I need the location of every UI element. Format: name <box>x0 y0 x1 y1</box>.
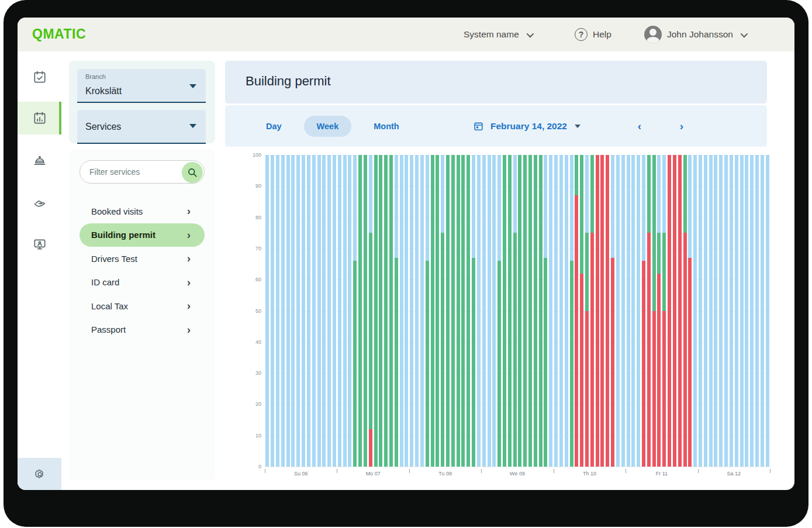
service-item-local-tax[interactable]: Local Tax <box>80 294 205 318</box>
nav-rail <box>18 51 61 490</box>
search-button[interactable] <box>182 162 203 183</box>
branch-dropdown[interactable]: Branch Krokslätt <box>77 69 206 103</box>
calendar-toolbar: DayWeekMonth February 14, 2022 ‹ › Today <box>225 105 767 147</box>
hand-icon <box>32 195 47 210</box>
help-label: Help <box>593 29 611 40</box>
service-item-booked-visits[interactable]: Booked visits <box>80 199 205 223</box>
bar-segment <box>657 274 661 467</box>
bar-segment <box>395 258 398 467</box>
bar-segment <box>631 155 635 467</box>
slot-bar <box>761 155 764 467</box>
bar-segment <box>426 261 429 467</box>
slot-bar <box>358 155 362 467</box>
bar-segment <box>714 155 717 467</box>
y-axis-label: 90 <box>238 183 261 189</box>
slot-bar <box>281 155 285 467</box>
slot-bar <box>488 155 491 467</box>
slot-bar <box>353 155 357 467</box>
monitor-person-icon <box>32 237 47 252</box>
bar-segment <box>446 155 450 467</box>
nav-item-appointments[interactable] <box>18 61 61 94</box>
view-tab-day[interactable]: Day <box>253 116 295 137</box>
services-list: Booked visitsBuilding permitDrivers Test… <box>80 199 205 341</box>
bar-segment <box>441 233 444 467</box>
system-name-label: System name <box>464 29 519 40</box>
service-item-drivers-test[interactable]: Drivers Test <box>80 247 205 271</box>
slot-bar <box>482 155 486 467</box>
bar-segment <box>317 155 321 467</box>
slot-bar <box>477 155 481 467</box>
slot-bar <box>549 155 552 467</box>
view-tab-month[interactable]: Month <box>361 116 412 137</box>
bar-segment <box>508 155 512 467</box>
slot-bar <box>420 155 424 467</box>
settings-button[interactable] <box>18 458 61 490</box>
bar-segment <box>745 155 748 467</box>
bar-segment <box>657 233 661 273</box>
y-axis-label: 30 <box>238 370 261 376</box>
bar-segment <box>286 155 290 467</box>
user-name: John Johansson <box>667 29 733 40</box>
bar-segment <box>523 155 527 467</box>
y-axis-label: 50 <box>238 308 261 314</box>
x-axis-label: Tu 08 <box>409 471 482 477</box>
nav-item-serving[interactable] <box>18 186 61 219</box>
next-week-button[interactable]: › <box>673 105 690 147</box>
nav-item-reception[interactable] <box>18 144 61 177</box>
slot-bar <box>652 155 656 467</box>
bar-segment <box>291 155 295 467</box>
date-picker[interactable]: February 14, 2022 <box>473 105 581 147</box>
help-button[interactable]: ? Help <box>575 18 611 51</box>
slot-bar <box>673 155 676 467</box>
nav-item-calendar-statistics[interactable] <box>18 102 61 134</box>
slot-bar <box>271 155 274 467</box>
view-tab-week[interactable]: Week <box>304 116 352 137</box>
bar-segment <box>436 155 439 467</box>
slot-bar <box>503 155 506 467</box>
bar-segment <box>281 155 285 467</box>
service-item-building-permit[interactable]: Building permit <box>80 223 205 247</box>
bar-segment <box>302 155 305 467</box>
slot-bar <box>513 155 517 467</box>
bar-segment <box>642 155 645 261</box>
y-axis-label: 0 <box>238 464 261 470</box>
bar-segment <box>384 155 388 467</box>
availability-chart: 0102030405060708090100Su 06Mo 07Tu 08We … <box>225 147 767 490</box>
bar-segment <box>364 155 367 467</box>
bar-segment <box>549 155 552 467</box>
app-window: QMATIC System name ? Help John Johansson <box>18 18 794 490</box>
bar-segment <box>683 233 687 467</box>
slot-bar <box>662 155 666 467</box>
bar-segment <box>477 155 481 467</box>
slot-bar <box>492 155 496 467</box>
filter-services-input[interactable] <box>89 161 177 183</box>
slot-bar <box>317 155 321 467</box>
user-menu[interactable]: John Johansson <box>644 18 746 51</box>
system-name-dropdown[interactable]: System name <box>464 18 532 51</box>
bar-segment <box>358 155 362 467</box>
slot-bar <box>750 155 754 467</box>
slot-bar <box>719 155 723 467</box>
bar-segment <box>704 155 707 467</box>
slot-bar <box>431 155 434 467</box>
bar-segment <box>642 261 645 467</box>
chevron-down-icon <box>575 125 581 128</box>
bar-segment <box>539 155 543 467</box>
bar-segment <box>488 155 491 467</box>
nav-item-workstation[interactable] <box>18 228 61 261</box>
slot-bar <box>528 155 532 467</box>
search-icon <box>186 167 198 178</box>
services-dropdown[interactable]: Services <box>77 110 206 144</box>
slot-bar <box>580 155 583 467</box>
y-axis-label: 100 <box>238 152 261 158</box>
service-item-id-card[interactable]: ID card <box>80 271 205 295</box>
bar-segment <box>544 258 547 467</box>
slot-bar <box>554 155 558 467</box>
chevron-down-icon <box>526 30 534 37</box>
day-group-mo-07 <box>337 155 409 467</box>
slot-bar <box>446 155 450 467</box>
bar-segment <box>580 155 583 274</box>
service-item-passport[interactable]: Passport <box>80 318 205 342</box>
bar-segment <box>513 155 517 233</box>
prev-week-button[interactable]: ‹ <box>631 105 648 147</box>
